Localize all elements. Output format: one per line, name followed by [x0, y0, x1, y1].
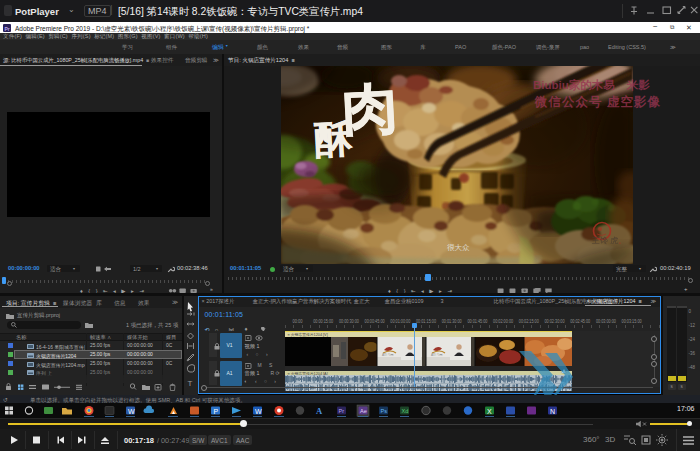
- svg-text:00:02:30:00: 00:02:30:00: [544, 318, 564, 324]
- svg-text:X: X: [487, 408, 492, 415]
- svg-text:00:03:00:00: 00:03:00:00: [595, 318, 615, 324]
- svg-text:酥: 酥: [313, 117, 354, 161]
- svg-text:W: W: [128, 408, 135, 415]
- svg-text:A: A: [316, 406, 323, 416]
- svg-text:W: W: [255, 408, 262, 415]
- svg-text:00:00:15:00: 00:00:15:00: [313, 318, 333, 324]
- svg-text:Ae: Ae: [360, 408, 367, 414]
- svg-text:00:01:15:00: 00:01:15:00: [416, 318, 436, 324]
- svg-text:T: T: [188, 379, 193, 388]
- svg-text:00:00: 00:00: [292, 318, 302, 324]
- svg-text:Ps: Ps: [381, 408, 388, 414]
- svg-text:360°: 360°: [583, 435, 600, 444]
- svg-text:00:02:45:00: 00:02:45:00: [570, 318, 590, 324]
- svg-text:00:03:15:00: 00:03:15:00: [621, 318, 641, 324]
- svg-text:00:01:00:00: 00:01:00:00: [390, 318, 410, 324]
- svg-text:Pr: Pr: [339, 408, 345, 414]
- svg-text:00:01:30:00: 00:01:30:00: [441, 318, 461, 324]
- svg-text:3D: 3D: [605, 435, 615, 444]
- svg-text:Xd: Xd: [402, 408, 409, 414]
- svg-text:P: P: [214, 408, 219, 415]
- svg-text:00:02:15:00: 00:02:15:00: [518, 318, 538, 324]
- svg-text:00:00:45:00: 00:00:45:00: [364, 318, 384, 324]
- svg-text:00:02:00:00: 00:02:00:00: [493, 318, 513, 324]
- svg-text:00:01:45:00: 00:01:45:00: [467, 318, 487, 324]
- svg-text:00:00:30:00: 00:00:30:00: [338, 318, 358, 324]
- svg-text:N: N: [550, 408, 555, 415]
- svg-text:王馋 虎。: 王馋 虎。: [591, 236, 626, 245]
- svg-text:很大众: 很大众: [447, 243, 470, 252]
